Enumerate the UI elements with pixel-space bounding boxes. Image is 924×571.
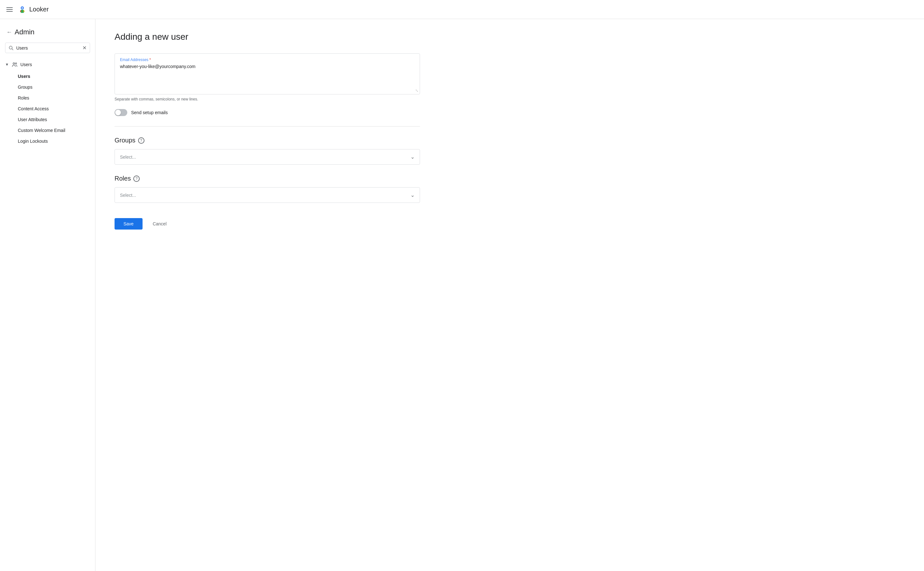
- email-field-container: Email Addresses * whatever-you-like@your…: [115, 53, 420, 94]
- sidebar-item-login-lockouts[interactable]: Login Lockouts: [18, 136, 95, 147]
- svg-point-1: [22, 7, 23, 9]
- sidebar: ← Admin ✕ ▼ Users Us: [0, 19, 96, 571]
- looker-logo-icon: [18, 5, 27, 14]
- page-title: Adding a new user: [115, 32, 905, 42]
- logo-text: Looker: [29, 6, 49, 13]
- email-hint: Separate with commas, semicolons, or new…: [115, 97, 905, 102]
- sidebar-item-content-access[interactable]: Content Access: [18, 103, 95, 114]
- clear-search-icon[interactable]: ✕: [82, 45, 87, 51]
- nav-section-users: ▼ Users Users Groups Roles Content Acces…: [0, 58, 95, 147]
- action-buttons: Save Cancel: [115, 218, 420, 230]
- section-divider: [115, 126, 420, 127]
- roles-select-placeholder: Select...: [120, 193, 136, 198]
- groups-help-icon[interactable]: ?: [138, 137, 144, 144]
- back-button[interactable]: ←: [6, 29, 12, 35]
- hamburger-menu[interactable]: [6, 7, 13, 12]
- roles-select[interactable]: Select... ⌄: [115, 187, 420, 203]
- roles-chevron-icon: ⌄: [410, 192, 415, 198]
- expand-arrow-icon: ▼: [5, 62, 9, 67]
- sidebar-item-groups[interactable]: Groups: [18, 82, 95, 93]
- svg-point-6: [13, 63, 15, 64]
- sidebar-item-users[interactable]: Users: [18, 71, 95, 82]
- toggle-slider: [115, 109, 127, 116]
- roles-label: Roles ?: [115, 175, 420, 182]
- cancel-button[interactable]: Cancel: [148, 218, 172, 230]
- main-content: Adding a new user Email Addresses * what…: [96, 19, 924, 571]
- groups-label: Groups ?: [115, 137, 420, 144]
- required-indicator: *: [149, 57, 151, 62]
- groups-section: Groups ? Select... ⌄: [115, 137, 420, 165]
- logo: Looker: [18, 5, 49, 14]
- sidebar-item-custom-welcome-email[interactable]: Custom Welcome Email: [18, 125, 95, 136]
- sidebar-header: ← Admin: [0, 25, 95, 43]
- svg-point-3: [23, 11, 25, 12]
- groups-select-placeholder: Select...: [120, 154, 136, 160]
- groups-select[interactable]: Select... ⌄: [115, 149, 420, 165]
- groups-chevron-icon: ⌄: [410, 154, 415, 160]
- nav-parent-users[interactable]: ▼ Users: [0, 58, 95, 71]
- svg-line-5: [12, 49, 13, 50]
- setup-email-toggle[interactable]: [115, 109, 127, 116]
- search-input[interactable]: [16, 45, 80, 51]
- svg-point-2: [20, 11, 21, 12]
- resize-handle-icon: ⤡: [415, 88, 418, 93]
- nav-children: Users Groups Roles Content Access User A…: [0, 71, 95, 147]
- sidebar-item-roles[interactable]: Roles: [18, 93, 95, 103]
- search-icon: [9, 45, 14, 51]
- email-section: Email Addresses * whatever-you-like@your…: [115, 53, 905, 102]
- setup-email-toggle-row: Send setup emails: [115, 109, 905, 116]
- toggle-label: Send setup emails: [131, 110, 168, 115]
- email-textarea[interactable]: whatever-you-like@yourcompany.com: [120, 64, 415, 90]
- svg-point-7: [15, 63, 17, 64]
- admin-title: Admin: [15, 28, 34, 36]
- sidebar-item-user-attributes[interactable]: User Attributes: [18, 114, 95, 125]
- roles-help-icon[interactable]: ?: [133, 176, 140, 182]
- top-nav: Looker: [0, 0, 924, 19]
- main-layout: ← Admin ✕ ▼ Users Us: [0, 19, 924, 571]
- users-group-icon: [11, 61, 18, 68]
- email-field-label: Email Addresses *: [120, 57, 415, 62]
- nav-parent-label: Users: [20, 62, 32, 67]
- roles-section: Roles ? Select... ⌄: [115, 175, 420, 203]
- save-button[interactable]: Save: [115, 218, 142, 230]
- search-box[interactable]: ✕: [5, 43, 90, 53]
